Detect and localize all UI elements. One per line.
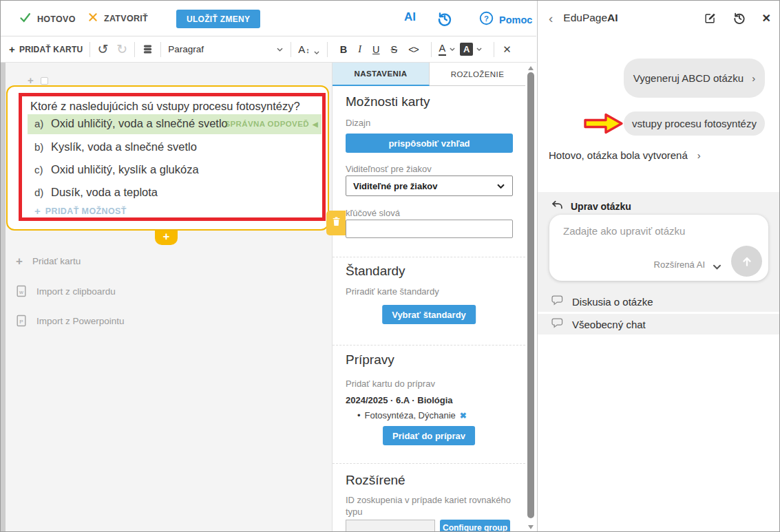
history-icon[interactable] [732,11,746,25]
help-button[interactable]: ? Pomoc [479,11,532,28]
back-chevron-icon[interactable]: ‹ [549,12,553,25]
font-color-dropdown[interactable]: A [439,43,456,56]
ai-status-message[interactable]: Hotovo, otázka bola vytvorená › [549,149,701,161]
save-changes-button[interactable]: ULOŽIŤ ZMENY [176,10,260,28]
underline-button[interactable]: U [372,44,379,55]
scroll-down-arrow-icon[interactable] [528,525,534,529]
discussion-label: Diskusia o otázke [572,296,653,308]
undo-icon[interactable]: ↺ [97,43,108,56]
edit-question-input[interactable]: Zadajte ako upraviť otázku Rozšírená AI [549,215,768,281]
italic-button[interactable]: I [358,43,361,55]
history-icon[interactable] [436,10,453,30]
tab-nastavenia[interactable]: NASTAVENIA [333,63,430,86]
visibility-select[interactable]: Viditeľné pre žiakov [346,175,513,196]
close-document-button[interactable]: ZATVORIŤ [88,12,148,25]
plus-icon: + [34,205,41,217]
option-text[interactable]: Dusík, voda a teplota [51,186,158,199]
toolbar-divider [160,42,161,57]
configure-group-button[interactable]: Configure group [440,520,510,532]
question-text[interactable]: Ktoré z nasledujúcich sú vstupy procesu … [30,100,300,113]
compose-icon[interactable] [704,12,717,25]
ai-title-prefix: EduPage [563,12,607,23]
font-size-arrows-icon: ↕ [306,46,310,54]
add-option-button[interactable]: + PRIDAŤ MOŽNOSŤ [34,205,127,217]
toolbar-divider [134,42,135,57]
ai-model-label[interactable]: Rozšírená AI [654,259,705,270]
svg-text:?: ? [484,14,489,23]
chevron-down-icon[interactable] [713,264,721,270]
design-label: Dizajn [346,118,513,128]
add-card-below-button[interactable]: + [155,231,178,245]
customize-appearance-button[interactable]: prispôsobiť vzhľad [346,134,513,153]
option-text[interactable]: Oxid uhličitý, kyslík a glukóza [51,163,199,176]
user-prompt-bubble[interactable]: vstupy procesu fotosyntézy [624,111,765,136]
font-size-dropdown[interactable]: A ↕ [298,43,320,55]
add-to-preparations-button[interactable]: Pridať do príprav [383,426,475,445]
delete-card-button[interactable] [326,211,346,235]
code-button[interactable]: <> [408,44,418,55]
select-standards-button[interactable]: Vybrať štandardy [382,305,476,324]
section-divider [333,463,525,464]
import-clipboard-action[interactable]: w Import z clipboardu [16,285,116,297]
paragraph-style-dropdown[interactable]: Paragraf [168,44,284,54]
edit-question-section: Uprav otázku Zadajte ako upraviť otázku … [538,192,780,291]
answer-option-a[interactable]: a) Oxid uhličitý, voda a slnečné svetlo … [28,114,322,134]
add-card-toolbar-button[interactable]: + PRIDAŤ KARTU [9,43,83,55]
top-toolbar: HOTOVO ZATVORIŤ ULOŽIŤ ZMENY AI ? Pomoc [1,1,536,36]
question-card[interactable]: Ktoré z nasledujúcich sú vstupy procesu … [6,85,329,231]
edit-question-title: Uprav otázku [571,201,631,212]
edit-question-placeholder: Zadajte ako upraviť otázku [563,225,685,237]
highlight-color-letter: A [460,43,473,56]
add-card-action[interactable]: + Pridať kartu [16,255,81,267]
group-id-input[interactable] [346,520,435,532]
option-text[interactable]: Kyslík, voda a slnečné svetlo [51,140,197,153]
done-label: HOTOVO [37,14,76,24]
keywords-input[interactable] [346,220,513,238]
scroll-up-arrow-icon[interactable] [528,66,534,70]
strikethrough-button[interactable]: S [391,44,398,55]
ai-toolbar-button[interactable]: AI [404,10,416,24]
ai-suggestion-bubble[interactable]: Vygeneruj ABCD otázku › [624,58,765,98]
clear-formatting-button[interactable]: ✕ [503,43,512,56]
import-powerpoint-action[interactable]: P Import z Powerpointu [16,315,125,327]
visibility-label: Viditeľnosť pre žiakov [346,164,513,174]
scrollbar-thumb[interactable] [527,72,534,518]
bubble-text: Vygeneruj ABCD otázku [633,72,744,84]
tab-rozlozenie[interactable]: ROZLOŽENIE [430,63,525,86]
preparation-course: 2024/2025 · 6.A · Biológia [346,395,513,405]
chevron-down-icon [449,47,456,52]
send-button[interactable] [731,246,762,277]
bullet-icon: • [357,410,361,421]
done-button[interactable]: HOTOVO [19,12,76,26]
settings-scrollbar[interactable] [525,63,536,532]
ai-title-suffix: AI [607,12,618,23]
bold-button[interactable]: B [340,44,347,55]
toolbar-divider [494,42,494,57]
plus-icon: + [16,255,23,267]
add-option-label: PRIDAŤ MOŽNOSŤ [45,206,127,216]
redo-icon[interactable]: ↻ [116,43,127,56]
answer-option-d[interactable]: d) Dusík, voda a teplota [28,183,322,203]
toolbar-divider [327,42,328,57]
card-select-checkbox[interactable] [41,77,48,85]
highlight-color-dropdown[interactable]: A [460,43,483,56]
standards-subtitle: Priradiť karte štandardy [346,286,513,297]
plus-icon: + [9,43,15,55]
answer-option-b[interactable]: b) Kyslík, voda a slnečné svetlo [28,138,322,158]
section-divider [333,257,525,257]
edit-question-header: Uprav otázku [551,200,631,213]
import-clipboard-label: Import z clipboardu [36,286,116,297]
layers-stack-icon[interactable] [142,43,154,55]
close-panel-icon[interactable]: ✕ [762,12,771,25]
option-text[interactable]: Oxid uhličitý, voda a slnečné svetlo [51,117,228,130]
general-chat-row[interactable]: Všeobecný chat [538,314,780,334]
answer-option-c[interactable]: c) Oxid uhličitý, kyslík a glukóza [28,160,322,180]
ai-status-text: Hotovo, otázka bola vytvorená [549,149,688,161]
preparation-topic-row: • Fotosyntéza, Dýchanie ✖ [357,410,467,421]
remove-topic-icon[interactable]: ✖ [460,411,467,421]
mini-add-icon[interactable]: + [28,74,34,86]
chevron-right-icon: › [697,149,701,161]
advanced-title: Rozšírené [346,473,513,488]
discussion-row[interactable]: Diskusia o otázke [538,291,780,312]
option-letter: d) [34,187,43,198]
